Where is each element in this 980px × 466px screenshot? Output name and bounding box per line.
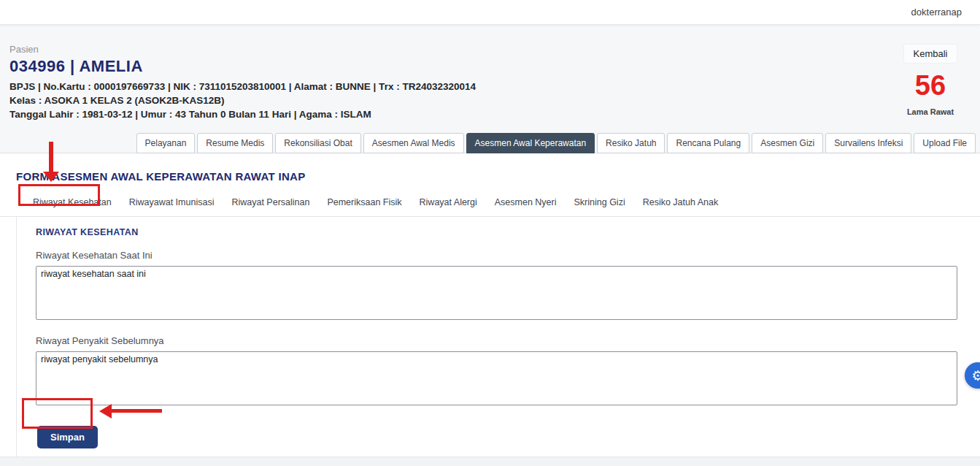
main-tab-bar: Pelayanan Resume Medis Rekonsiliasi Obat… xyxy=(134,133,976,153)
main-content: FORM ASESMEN AWAL KEPERAWATAN RAWAT INAP… xyxy=(0,153,980,457)
length-of-stay-caption: Lama Rawat xyxy=(907,107,954,116)
patient-id-name: 034996 | AMELIA xyxy=(9,57,980,76)
header-right-panel: Kembali 56 Lama Rawat xyxy=(900,44,961,116)
tab-asesmen-awal-medis[interactable]: Asesmen Awal Medis xyxy=(363,133,464,153)
field-label: Riwayat Kesehatan Saat Ini xyxy=(36,250,957,261)
patient-info-line-1: BPJS | No.Kartu : 0000197669733 | NIK : … xyxy=(9,80,980,93)
field-riwayat-kesehatan-saat-ini: Riwayat Kesehatan Saat Ini riwayat keseh… xyxy=(36,250,957,323)
patient-info-line-2: Kelas : ASOKA 1 KELAS 2 (ASOK2B-KAS12B) xyxy=(9,93,980,107)
field-label: Riwayat Penyakit Sebelumnya xyxy=(36,335,957,346)
field-riwayat-penyakit-sebelumnya: Riwayat Penyakit Sebelumnya riwayat peny… xyxy=(36,335,957,408)
subtab-riwayat-kesehatan[interactable]: Riwayat Kesehatan xyxy=(24,192,120,216)
section-heading: RIWAYAT KESEHATAN xyxy=(36,227,957,237)
footer-strip xyxy=(0,457,980,466)
patient-header: Pasien 034996 | AMELIA BPJS | No.Kartu :… xyxy=(0,25,980,153)
riwayat-kesehatan-saat-ini-input[interactable]: riwayat kesehatan saat ini xyxy=(36,266,957,320)
patient-section-label: Pasien xyxy=(9,44,980,55)
gear-icon: ⚙ xyxy=(971,367,980,383)
tab-resume-medis[interactable]: Resume Medis xyxy=(197,133,273,153)
tab-rencana-pulang[interactable]: Rencana Pulang xyxy=(667,133,749,153)
subtab-riwayat-persalinan[interactable]: Riwayat Persalinan xyxy=(223,192,318,216)
logged-in-user[interactable]: dokterranap xyxy=(911,7,962,18)
subtab-skrining-gizi[interactable]: Skrining Gizi xyxy=(566,192,634,216)
subtab-asesmen-nyeri[interactable]: Asesmen Nyeri xyxy=(486,192,566,216)
subtab-pemeriksaan-fisik[interactable]: Pemeriksaan Fisik xyxy=(318,192,410,216)
tab-upload-file[interactable]: Upload File xyxy=(914,133,976,153)
riwayat-kesehatan-panel: RIWAYAT KESEHATAN Riwayat Kesehatan Saat… xyxy=(16,217,980,466)
top-navbar: dokterranap xyxy=(0,0,980,25)
tab-asesmen-awal-keperawatan[interactable]: Asesmen Awal Keperawatan xyxy=(466,133,595,153)
tab-pelayanan[interactable]: Pelayanan xyxy=(136,133,196,153)
save-button[interactable]: Simpan xyxy=(37,426,98,448)
patient-info-line-3: Tanggal Lahir : 1981-03-12 | Umur : 43 T… xyxy=(9,107,980,121)
tab-resiko-jatuh[interactable]: Resiko Jatuh xyxy=(597,133,665,153)
tab-survailens-infeksi[interactable]: Survailens Infeksi xyxy=(825,133,911,153)
tab-rekonsiliasi-obat[interactable]: Rekonsiliasi Obat xyxy=(275,133,360,153)
form-subtab-bar: Riwayat Kesehatan Riwayawat Imunisasi Ri… xyxy=(0,192,980,217)
subtab-riwayat-imunisasi[interactable]: Riwayawat Imunisasi xyxy=(120,192,223,216)
length-of-stay-value: 56 xyxy=(915,72,946,99)
back-button[interactable]: Kembali xyxy=(903,44,958,64)
form-title: FORM ASESMEN AWAL KEPERAWATAN RAWAT INAP xyxy=(0,153,980,183)
subtab-resiko-jatuh-anak[interactable]: Resiko Jatuh Anak xyxy=(634,192,728,216)
tab-asesmen-gizi[interactable]: Asesmen Gizi xyxy=(752,133,823,153)
subtab-riwayat-alergi[interactable]: Riwayat Alergi xyxy=(411,192,486,216)
riwayat-penyakit-sebelumnya-input[interactable]: riwayat penyakit sebelumnya xyxy=(36,351,957,405)
